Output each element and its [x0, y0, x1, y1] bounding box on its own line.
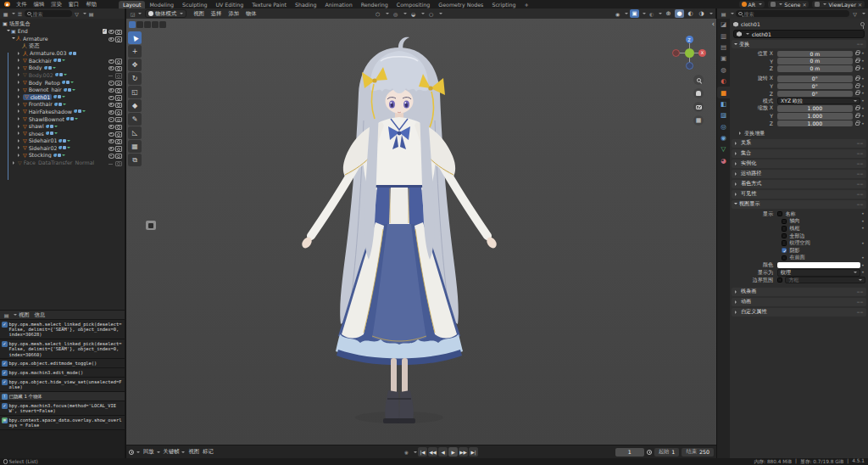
- menu-playback[interactable]: 回放: [143, 448, 160, 456]
- animate-dot[interactable]: •: [860, 76, 865, 82]
- properties-tab-output[interactable]: ▤: [717, 42, 730, 53]
- shading-solid-icon[interactable]: ●: [675, 9, 684, 18]
- lock-icon[interactable]: [855, 92, 860, 95]
- menu-edit[interactable]: 编辑: [31, 1, 48, 8]
- animate-dot[interactable]: •: [860, 225, 865, 232]
- transform-orientation-icon[interactable]: ⬡: [374, 10, 381, 18]
- camera-icon[interactable]: [114, 79, 122, 86]
- disclosure-icon[interactable]: [18, 154, 21, 157]
- menu-window[interactable]: 窗口: [65, 1, 83, 8]
- log-entry[interactable]: ≡ bpy.context.space_data.overlay.show_ov…: [0, 416, 125, 430]
- camera-icon[interactable]: [114, 123, 122, 130]
- menu-file[interactable]: 文件: [13, 1, 31, 8]
- tab-animation[interactable]: Animation: [321, 1, 357, 8]
- camera-icon[interactable]: [114, 152, 122, 159]
- outliner-search-input[interactable]: [33, 11, 70, 17]
- properties-tab-world[interactable]: ◐: [717, 76, 730, 87]
- location-z-field[interactable]: 0 m: [777, 65, 853, 72]
- log-entry[interactable]: ✓ bpy.ops.mesh.select_linked_pick(desele…: [0, 339, 125, 359]
- location-x-field[interactable]: 0 m: [777, 51, 853, 58]
- object-color-swatch[interactable]: [777, 262, 860, 269]
- shading-rendered-icon[interactable]: ◑: [697, 9, 706, 18]
- rotation-z-field[interactable]: 0°: [777, 91, 853, 98]
- animate-dot[interactable]: •: [860, 218, 865, 225]
- scale-x-field[interactable]: 1.000: [777, 105, 853, 112]
- drag-grip-icon[interactable]: ══: [857, 171, 864, 176]
- eye-icon[interactable]: [108, 152, 114, 159]
- properties-tab-tool[interactable]: ◪: [717, 19, 730, 30]
- panel-header-line-art[interactable]: 线条画══: [732, 288, 866, 296]
- animate-dot[interactable]: •: [860, 83, 865, 90]
- jump-to-start-button[interactable]: |◀: [418, 447, 427, 457]
- menu-select[interactable]: 选择: [208, 10, 225, 18]
- camera-icon[interactable]: [114, 108, 122, 115]
- menu-info[interactable]: 信息: [35, 311, 46, 319]
- lock-icon[interactable]: [855, 107, 860, 110]
- camera-icon[interactable]: [114, 137, 122, 144]
- timeline-editor-menu[interactable]: [129, 450, 140, 455]
- disclosure-icon[interactable]: [18, 81, 21, 84]
- lock-icon[interactable]: [855, 59, 860, 63]
- character-model[interactable]: [126, 19, 716, 445]
- outliner-row[interactable]: ▽ Bownot_hair: [0, 86, 125, 93]
- properties-tab-constraints[interactable]: ◉: [717, 132, 730, 143]
- editor-type-icon[interactable]: ▤: [720, 10, 727, 18]
- unlink-icon[interactable]: ✕: [858, 2, 862, 8]
- filter-icon[interactable]: ▽: [851, 10, 859, 18]
- mode-dropdown[interactable]: AR: [739, 1, 765, 8]
- properties-search-input[interactable]: [744, 11, 847, 17]
- properties-tab-material[interactable]: ◕: [717, 155, 730, 166]
- outliner-row[interactable]: ▣ 场景集合: [0, 20, 125, 28]
- log-entry[interactable]: ✓ bpy.ops.object.editmode_toggle(): [0, 359, 125, 368]
- panel-header-transform[interactable]: 变换 ══: [732, 40, 866, 48]
- disclosure-icon[interactable]: [18, 66, 21, 70]
- menu-add[interactable]: 添加: [225, 10, 242, 18]
- outliner-row[interactable]: ▽ Sidehair02: [0, 144, 125, 152]
- eye-icon[interactable]: [108, 79, 114, 86]
- eye-icon[interactable]: [108, 101, 114, 108]
- mode-dropdown[interactable]: 物体模式: [145, 9, 186, 18]
- camera-icon[interactable]: [114, 71, 122, 78]
- eye-icon[interactable]: [108, 108, 114, 115]
- properties-tab-object[interactable]: ■: [717, 87, 730, 98]
- menu-help[interactable]: 帮助: [82, 1, 100, 8]
- panel-header-instancing[interactable]: 实例化══: [732, 160, 866, 168]
- log-entry[interactable]: ✓ bpy.ops.machin3.focus(method='LOCAL_VI…: [0, 401, 125, 416]
- menu-keying[interactable]: 关键帧: [164, 448, 186, 456]
- panel-header-viewport-display[interactable]: 视图显示 ══: [732, 200, 866, 209]
- bounds-dropdown[interactable]: 方框: [785, 277, 865, 283]
- disclosure-icon[interactable]: [18, 117, 21, 120]
- drag-grip-icon[interactable]: ══: [857, 300, 864, 305]
- show-axis-checkbox[interactable]: [782, 219, 787, 224]
- tab-geometry-nodes[interactable]: Geometry Nodes: [434, 1, 487, 8]
- blender-logo-icon[interactable]: [3, 2, 10, 8]
- jump-to-end-button[interactable]: ▶|: [469, 447, 478, 457]
- outliner-row[interactable]: ▽ Fronthair: [0, 101, 125, 109]
- disclosure-icon[interactable]: [7, 30, 10, 33]
- disclosure-icon[interactable]: [18, 109, 21, 113]
- animate-dot[interactable]: •: [860, 240, 865, 247]
- camera-icon[interactable]: [114, 35, 122, 42]
- outliner-row[interactable]: ▽ shawl: [0, 122, 125, 130]
- drag-grip-icon[interactable]: ══: [857, 141, 864, 146]
- current-frame-field[interactable]: 1: [615, 448, 644, 457]
- rotation-x-field[interactable]: 0°: [777, 76, 853, 82]
- camera-icon[interactable]: [114, 64, 122, 71]
- outliner-row[interactable]: ▽ Stocking: [0, 152, 125, 160]
- outliner-row[interactable]: ▽ Face_DataTransfer_Normal: [0, 159, 125, 166]
- auto-keyframe-icon[interactable]: ◉: [402, 447, 411, 457]
- camera-icon[interactable]: [114, 144, 122, 151]
- editor-type-icon[interactable]: ▤: [3, 311, 10, 319]
- disclosure-icon[interactable]: [13, 161, 16, 165]
- tab-compositing[interactable]: Compositing: [392, 1, 434, 8]
- shading-material-icon[interactable]: ◐: [686, 9, 695, 18]
- properties-tab-render[interactable]: ▥: [717, 30, 730, 41]
- drag-grip-icon[interactable]: ══: [857, 202, 864, 207]
- play-button[interactable]: ▶: [448, 447, 458, 457]
- eye-icon[interactable]: [108, 93, 114, 100]
- eye-icon[interactable]: [108, 35, 114, 42]
- animate-dot[interactable]: •: [860, 58, 865, 64]
- properties-tab-modifiers[interactable]: ◧: [717, 98, 730, 109]
- disclosure-icon[interactable]: [18, 73, 21, 76]
- eye-icon[interactable]: [108, 87, 114, 93]
